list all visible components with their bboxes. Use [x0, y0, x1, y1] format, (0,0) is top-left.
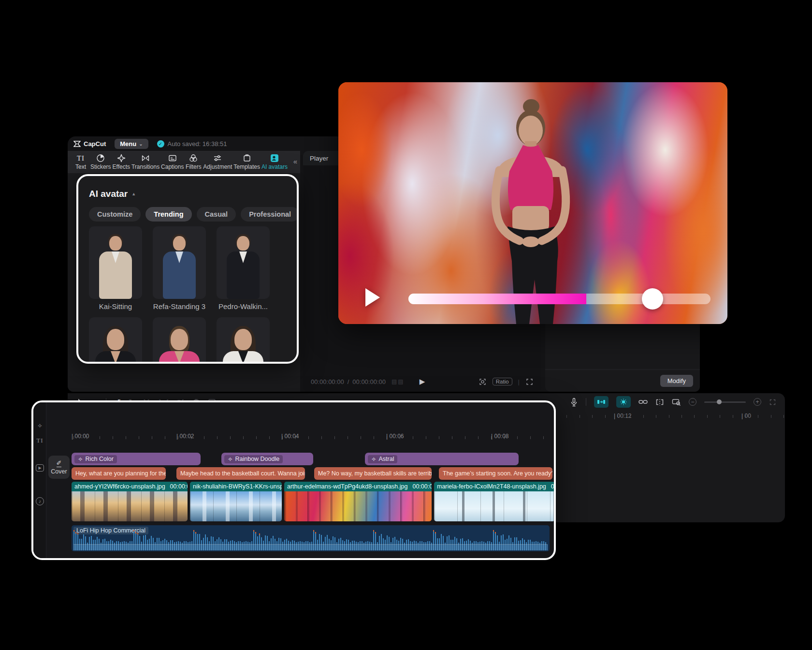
video-clip-header: mariela-ferbo-lCxolMn2T48-unsplash.jpg 0…: [434, 482, 555, 491]
frame-grid-icon[interactable]: ▤▤: [392, 378, 405, 385]
audio-waveform: [73, 529, 548, 545]
effect-clip[interactable]: ✧ Astral: [365, 453, 519, 465]
avatar-grid-row1: Kai-Sitting Refa-Standing 3: [89, 226, 270, 310]
timeline-zoom-slider[interactable]: [704, 401, 746, 403]
stickers-icon: [96, 154, 105, 162]
play-button[interactable]: ▶: [420, 377, 425, 386]
avatar-figure: [153, 226, 206, 299]
text-icon: TI: [77, 154, 85, 162]
modify-button[interactable]: Modify: [660, 375, 693, 387]
preview-progress-fill: [408, 294, 586, 304]
toolbar-item-templates[interactable]: Templates: [233, 154, 260, 170]
avatar-category-tabs: Customize Trending Casual Professional: [89, 207, 299, 222]
preview-play-button[interactable]: [365, 288, 380, 307]
split-clip-icon[interactable]: [655, 398, 664, 406]
text-clip[interactable]: The game’s starting soon. Are you ready?: [439, 467, 552, 480]
preview-progress-bar[interactable]: [408, 294, 710, 304]
track-icon-column: ✧ TI ▶ ♪: [33, 402, 46, 558]
zoom-out-icon[interactable]: −: [689, 398, 696, 406]
capcut-logo: CapCut: [73, 140, 106, 148]
avatar-card-refa-standing[interactable]: [153, 226, 206, 299]
text-clip[interactable]: Hey, what are you planning for the: [72, 467, 166, 480]
cover-button[interactable]: ✐ Cover: [48, 456, 70, 479]
pencil-icon: ✐: [57, 460, 62, 467]
main-track-magnet-button[interactable]: [594, 396, 609, 408]
avatar-card-female-1[interactable]: [89, 317, 142, 364]
ruler-label: 00:04: [281, 433, 299, 440]
player-timecode: 00:00:00:00 / 00:00:00:00: [311, 378, 386, 385]
link-icon[interactable]: [638, 398, 648, 406]
toolbar-item-filters[interactable]: Filters: [185, 154, 202, 170]
video-clip[interactable]: ahmed-yYI2Wf6rcko-unsplash.jpg 00:00:02: [72, 482, 188, 521]
ruler-label: 00:02: [176, 433, 194, 440]
tab-trending[interactable]: Trending: [145, 207, 191, 222]
zoom-timeline-ruler[interactable]: 00:0000:0200:0400:0600:08: [33, 431, 554, 443]
auto-snap-button[interactable]: [616, 396, 631, 408]
avatar-figure: [153, 317, 206, 364]
tab-customize[interactable]: Customize: [89, 207, 141, 222]
toolbar-item-transitions[interactable]: Transitions: [131, 154, 160, 170]
avatar-card-pedro-walking[interactable]: [217, 226, 270, 299]
avatar-figure: [217, 317, 270, 364]
toolbar-item-adjustment[interactable]: Adjustment: [203, 154, 232, 170]
effect-clip[interactable]: ✧ Rainbow Doodle: [221, 453, 313, 465]
menu-button[interactable]: Menu ⌄: [115, 139, 148, 149]
preview-axis-icon[interactable]: [672, 398, 681, 406]
timeline-zoom-panel: ✧ TI ▶ ♪ ✐ Cover 00:0000:0200:0400:0600:…: [31, 400, 556, 560]
effects-icon: ✧: [228, 456, 232, 463]
tab-casual[interactable]: Casual: [197, 207, 236, 222]
video-clip-thumbnails: [434, 491, 555, 521]
fit-timeline-icon[interactable]: [769, 398, 776, 406]
ruler-label: 00:06: [386, 433, 404, 440]
avatar-name: Kai-Sitting: [89, 302, 142, 310]
toolbar-item-effects[interactable]: Effects: [113, 154, 130, 170]
avatar-name: Refa-Standing 3: [153, 302, 206, 310]
text-clip[interactable]: Me? No way, my basketball skills are ter…: [314, 467, 432, 480]
zoom-in-icon[interactable]: +: [754, 398, 761, 406]
video-clip[interactable]: nik-shuliahin-BWRyS1-KKrs-unsp: [190, 482, 282, 521]
ai-avatar-title[interactable]: AI avatar ▲: [89, 189, 136, 199]
avatar-card-female-2[interactable]: [153, 317, 206, 364]
video-clip-header: arthur-edelmans-wdTpPg4ukd8-unsplash.jpg…: [284, 482, 432, 491]
effects-icon: [117, 154, 126, 162]
avatar-figure: [89, 317, 142, 364]
effects-icon: ✧: [371, 456, 376, 463]
avatar-card-female-3[interactable]: [217, 317, 270, 364]
toolbar-item-text[interactable]: TI Text: [72, 154, 89, 170]
timeline-tools-right: − +: [570, 396, 776, 408]
avatar-grid-row2: [89, 317, 270, 364]
effect-clip[interactable]: ✧ Rich Color: [72, 453, 201, 465]
ai-avatar-panel: AI avatar ▲ Customize Trending Casual Pr…: [76, 174, 299, 364]
chevron-down-icon: ⌄: [139, 141, 143, 147]
ratio-button[interactable]: Ratio: [493, 378, 512, 385]
avatar-card-kai-sitting[interactable]: [89, 226, 142, 299]
player-controls: 00:00:00:00 / 00:00:00:00 ▤▤ ▶ Ratio |: [303, 371, 541, 392]
main-toolbar: TI Text Stickers Effects: [68, 151, 300, 173]
tab-professional[interactable]: Professional: [241, 207, 299, 222]
audio-clip[interactable]: LoFi Hip Hop Commercial: [72, 525, 550, 551]
video-clip-thumbnails: [190, 491, 282, 521]
focus-frame-icon[interactable]: [478, 378, 487, 386]
details-panel-footer: Modify: [545, 369, 700, 392]
video-clip-thumbnails: [72, 491, 188, 521]
zoom-slider-thumb[interactable]: [717, 399, 722, 404]
ruler-label: 00:08: [491, 433, 508, 440]
toolbar-item-captions[interactable]: Captions: [161, 154, 184, 170]
video-clip[interactable]: mariela-ferbo-lCxolMn2T48-unsplash.jpg 0…: [434, 482, 555, 521]
captions-icon: [168, 154, 177, 162]
fullscreen-icon[interactable]: [525, 378, 534, 386]
video-clip-header: ahmed-yYI2Wf6rcko-unsplash.jpg 00:00:02: [72, 482, 188, 491]
ruler-label: 00: [741, 413, 751, 419]
video-preview[interactable]: [338, 82, 727, 324]
presenter-figure: [338, 82, 727, 324]
microphone-icon[interactable]: [570, 398, 578, 406]
video-clip[interactable]: arthur-edelmans-wdTpPg4ukd8-unsplash.jpg…: [284, 482, 432, 521]
preview-progress-thumb[interactable]: [642, 288, 663, 310]
video-clip-thumbnails: [284, 491, 432, 521]
collapse-panel-icon[interactable]: «: [293, 157, 297, 165]
screenshot-canvas: CapCut Menu ⌄ ✓ Auto saved: 16:38:51 TI …: [0, 0, 812, 650]
text-clip[interactable]: Maybe head to the basketball court. Wann…: [176, 467, 305, 480]
toolbar-item-ai-avatars[interactable]: AI avatars: [261, 154, 288, 170]
toolbar-item-stickers[interactable]: Stickers: [90, 154, 111, 170]
collapse-section-icon[interactable]: ▲: [131, 192, 136, 196]
